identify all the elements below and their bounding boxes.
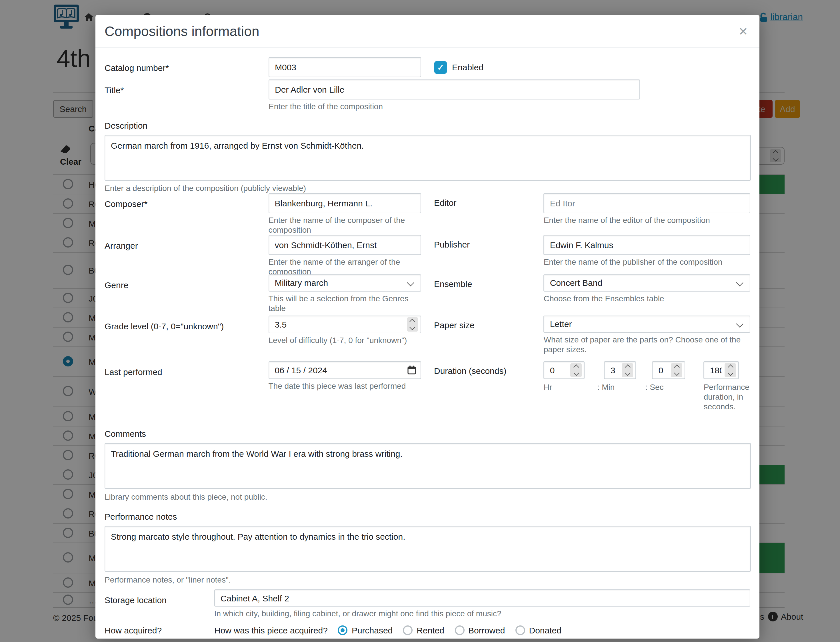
enabled-checkbox[interactable]: ✓ (434, 61, 447, 73)
description-label: Description (105, 120, 750, 131)
modal-title: Compositions information (105, 23, 736, 39)
radio-icon (403, 626, 413, 635)
duration-label: Duration (seconds) (434, 361, 544, 376)
calendar-icon[interactable] (407, 365, 416, 374)
catalog-number-input[interactable] (269, 57, 421, 77)
composer-helper: Enter the name of the composer of the co… (268, 216, 421, 235)
duration-note: Performance duration, in seconds. (704, 383, 752, 412)
how-acquired-question: How was this piece acquired? (214, 626, 328, 635)
acquired-option-label: Borrowed (468, 626, 505, 635)
chevron-down-icon (736, 279, 743, 286)
storage-location-label: Storage location (105, 589, 214, 606)
acquired-option[interactable]: Purchased (338, 626, 393, 635)
acquired-option-label: Purchased (352, 626, 393, 635)
arranger-label: Arranger (105, 235, 268, 251)
grade-level-helper: Level of difficulty (1-7, 0 for "unknown… (269, 336, 421, 345)
performance-notes-textarea[interactable]: Strong marcato style throughout. Pay att… (105, 526, 751, 572)
comments-textarea[interactable]: Traditional German march from the World … (105, 443, 751, 489)
acquired-options: PurchasedRentedBorrowedDonated (328, 626, 562, 635)
spinner-buttons[interactable] (622, 363, 633, 377)
modal-body: Catalog number* ✓ Enabled Title* Enter t… (95, 57, 759, 639)
paper-size-label: Paper size (434, 316, 544, 330)
ensemble-helper: Choose from the Ensembles table (544, 294, 750, 303)
radio-icon (455, 626, 464, 635)
sec-label: : Sec (646, 383, 685, 392)
grade-level-input[interactable] (269, 316, 421, 333)
composer-label: Composer* (105, 193, 268, 210)
modal-header: Compositions information ✕ (95, 15, 759, 48)
genre-label: Genre (105, 274, 268, 291)
chevron-down-icon (736, 320, 743, 327)
paper-size-helper: What size of paper are the parts on? Cho… (544, 335, 750, 355)
radio-icon (338, 626, 348, 635)
genre-select[interactable]: Military march (268, 274, 421, 292)
ensemble-label: Ensemble (434, 274, 544, 289)
title-label: Title* (105, 79, 269, 96)
editor-input[interactable] (544, 193, 750, 213)
paper-size-select[interactable]: Letter (544, 316, 750, 333)
radio-icon (515, 626, 525, 635)
spinner-buttons[interactable] (671, 363, 683, 377)
comments-label: Comments (105, 428, 750, 439)
performance-notes-helper: Performance notes, or "liner notes". (105, 575, 750, 585)
catalog-number-label: Catalog number* (105, 57, 269, 74)
comments-helper: Library comments about this piece, not p… (105, 492, 750, 502)
acquired-option[interactable]: Rented (403, 626, 444, 635)
ensemble-select[interactable]: Concert Band (544, 274, 750, 292)
spinner-buttons[interactable] (406, 317, 418, 332)
title-helper: Enter the title of the composition (269, 102, 640, 112)
hr-label: Hr (544, 383, 585, 392)
spinner-buttons[interactable] (725, 363, 736, 377)
arranger-input[interactable] (268, 235, 421, 255)
enabled-label: Enabled (452, 62, 484, 72)
editor-helper: Enter the name of the editor of the comp… (544, 216, 750, 225)
compositions-info-modal: Compositions information ✕ Catalog numbe… (95, 15, 759, 639)
description-helper: Enter a description of the composition (… (105, 183, 750, 193)
grade-level-label: Grade level (0-7, 0="unknown") (105, 316, 248, 332)
min-label: : Min (597, 383, 636, 392)
chevron-down-icon (406, 279, 414, 286)
last-performed-helper: The date this piece was last performed (268, 381, 421, 391)
acquired-option[interactable]: Borrowed (455, 626, 505, 635)
close-icon[interactable]: ✕ (736, 22, 750, 40)
storage-location-input[interactable] (214, 589, 750, 606)
last-performed-date-input[interactable] (268, 361, 421, 379)
acquired-option[interactable]: Donated (515, 626, 561, 635)
acquired-option-label: Donated (529, 626, 561, 635)
performance-notes-label: Performance notes (105, 511, 750, 522)
editor-label: Editor (434, 193, 544, 208)
how-acquired-label: How acquired? (105, 624, 214, 636)
title-input[interactable] (269, 79, 640, 99)
storage-location-helper: In which city, building, filing cabinet,… (214, 609, 750, 619)
publisher-helper: Enter the name of the publisher of the c… (544, 257, 750, 267)
publisher-input[interactable] (544, 235, 750, 255)
composer-input[interactable] (268, 193, 421, 213)
publisher-label: Publisher (434, 235, 544, 249)
genre-helper: This will be a selection from the Genres… (268, 294, 421, 313)
description-textarea[interactable]: German march from 1916, arranged by Erns… (105, 135, 751, 181)
spinner-buttons[interactable] (571, 363, 582, 377)
acquired-option-label: Rented (417, 626, 444, 635)
last-performed-label: Last performed (105, 361, 268, 378)
arranger-helper: Enter the name of the arranger of the co… (268, 257, 421, 277)
